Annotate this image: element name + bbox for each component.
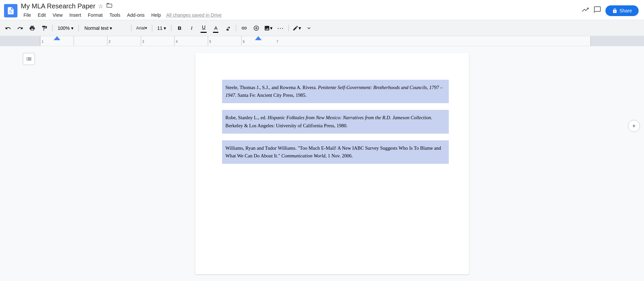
collapse-button[interactable] bbox=[304, 23, 314, 33]
ref-entry[interactable]: Robe, Stanley L., ed. Hispanic Folktales… bbox=[222, 110, 449, 133]
svg-marker-15 bbox=[255, 36, 262, 40]
menu-help[interactable]: Help bbox=[149, 11, 164, 19]
ruler-right-margin bbox=[590, 36, 644, 46]
svg-text:6: 6 bbox=[243, 40, 245, 44]
separator-2 bbox=[78, 25, 79, 31]
doc-area: Steele, Thomas J., S.J., and Rowena A. R… bbox=[40, 46, 624, 281]
insert-image-button[interactable]: ▾ bbox=[263, 23, 274, 33]
separator-1 bbox=[52, 25, 53, 31]
ref-2-italic: Communication World bbox=[281, 153, 325, 158]
svg-text:7: 7 bbox=[276, 40, 278, 44]
menu-insert[interactable]: Insert bbox=[67, 11, 84, 19]
italic-label: I bbox=[191, 25, 192, 31]
ruler-content: 1 2 3 4 5 6 7 bbox=[40, 36, 590, 46]
menu-view[interactable]: View bbox=[50, 11, 65, 19]
comments-icon[interactable] bbox=[593, 6, 601, 16]
explore-icon[interactable] bbox=[581, 6, 589, 16]
share-button[interactable]: Share bbox=[605, 5, 639, 16]
zoom-value: 100% bbox=[58, 25, 70, 31]
ruler-container: 1 2 3 4 5 6 7 bbox=[0, 36, 644, 46]
font-size-select[interactable]: 11 ▾ bbox=[155, 24, 169, 32]
all-changes-saved: All changes saved in Drive bbox=[166, 12, 222, 18]
separator-3 bbox=[131, 25, 131, 31]
svg-marker-14 bbox=[54, 36, 60, 40]
add-comment-button[interactable] bbox=[628, 120, 640, 132]
bold-button[interactable]: B bbox=[174, 23, 185, 33]
menu-addons[interactable]: Add-ons bbox=[124, 11, 147, 19]
edit-dropdown-icon: ▾ bbox=[299, 25, 301, 31]
separator-7 bbox=[288, 25, 289, 31]
style-dropdown-icon: ▾ bbox=[110, 25, 112, 31]
link-button[interactable] bbox=[239, 23, 250, 33]
doc-title[interactable]: My MLA Research Paper bbox=[21, 2, 95, 10]
paint-format-button[interactable] bbox=[39, 23, 50, 33]
ref-0-rest: Santa Fe: Ancient City Press, 1985. bbox=[236, 92, 307, 98]
style-value: Normal text bbox=[85, 25, 109, 31]
svg-text:3: 3 bbox=[142, 40, 144, 44]
image-dropdown-icon: ▾ bbox=[270, 25, 273, 31]
share-label: Share bbox=[620, 8, 632, 13]
redo-button[interactable] bbox=[15, 23, 25, 33]
right-sidebar bbox=[624, 46, 644, 281]
svg-text:4: 4 bbox=[176, 40, 178, 44]
insert-comment-button[interactable] bbox=[251, 23, 262, 33]
main-layout: Steele, Thomas J., S.J., and Rowena A. R… bbox=[0, 46, 644, 281]
underline-button[interactable]: U bbox=[198, 23, 209, 33]
menu-row: File Edit View Insert Format Tools Add-o… bbox=[21, 11, 581, 19]
ref-entry[interactable]: Steele, Thomas J., S.J., and Rowena A. R… bbox=[222, 80, 449, 103]
doc-page: Steele, Thomas J., S.J., and Rowena A. R… bbox=[195, 53, 469, 274]
menu-format[interactable]: Format bbox=[85, 11, 105, 19]
left-sidebar bbox=[0, 46, 40, 281]
folder-icon[interactable] bbox=[106, 2, 113, 10]
svg-text:1: 1 bbox=[42, 40, 44, 44]
edit-pen-button[interactable]: ▾ bbox=[291, 23, 302, 33]
underline-label: U bbox=[202, 24, 206, 30]
italic-button[interactable]: I bbox=[186, 23, 197, 33]
svg-text:2: 2 bbox=[109, 40, 111, 44]
zoom-dropdown-icon: ▾ bbox=[71, 25, 73, 31]
title-row: My MLA Research Paper ☆ bbox=[21, 2, 581, 10]
print-button[interactable] bbox=[27, 23, 38, 33]
font-size-value: 11 bbox=[157, 25, 163, 31]
separator-5 bbox=[171, 25, 171, 31]
text-color-button[interactable]: A bbox=[210, 23, 221, 33]
separator-4 bbox=[152, 25, 152, 31]
text-color-bar bbox=[213, 32, 218, 33]
font-family-dropdown[interactable]: Arial ▾ bbox=[134, 23, 149, 33]
ref-0-normal: Steele, Thomas J., S.J., and Rowena A. R… bbox=[225, 85, 318, 90]
outline-icon[interactable] bbox=[23, 53, 35, 65]
doc-title-area: My MLA Research Paper ☆ File Edit View I… bbox=[21, 2, 581, 19]
bold-label: B bbox=[178, 25, 181, 31]
undo-button[interactable] bbox=[3, 23, 13, 33]
ref-entry[interactable]: Williams, Ryan and Tudor Williams. "Too … bbox=[222, 140, 449, 164]
ref-1-italic: Hispanic Folktales from New Mexico: Narr… bbox=[268, 115, 432, 120]
text-color-label: A bbox=[214, 25, 217, 31]
ruler-left-margin bbox=[0, 36, 40, 46]
svg-text:5: 5 bbox=[209, 40, 211, 44]
star-icon[interactable]: ☆ bbox=[98, 3, 103, 10]
zoom-select[interactable]: 100% ▾ bbox=[55, 24, 76, 32]
separator-6 bbox=[236, 25, 236, 31]
ref-1-rest: Berkeley & Los Angeles: University of Ca… bbox=[225, 123, 347, 128]
menu-file[interactable]: File bbox=[21, 11, 34, 19]
top-right: Share bbox=[581, 5, 639, 16]
font-family-arrow: ▾ bbox=[145, 25, 147, 30]
toolbar: 100% ▾ Normal text ▾ Arial ▾ 11 ▾ B I U … bbox=[0, 20, 644, 36]
ref-1-normal: Robe, Stanley L., ed. bbox=[225, 115, 268, 120]
menu-tools[interactable]: Tools bbox=[107, 11, 123, 19]
more-button[interactable]: ··· bbox=[275, 23, 286, 33]
ref-2-rest: , 1 Nov. 2006. bbox=[325, 153, 353, 158]
top-bar: My MLA Research Paper ☆ File Edit View I… bbox=[0, 0, 644, 20]
menu-edit[interactable]: Edit bbox=[35, 11, 49, 19]
font-family-label: Arial bbox=[136, 25, 145, 30]
highlight-button[interactable] bbox=[222, 23, 233, 33]
font-size-dropdown-icon: ▾ bbox=[164, 25, 166, 31]
style-select[interactable]: Normal text ▾ bbox=[82, 24, 128, 32]
app-icon[interactable] bbox=[4, 4, 17, 17]
